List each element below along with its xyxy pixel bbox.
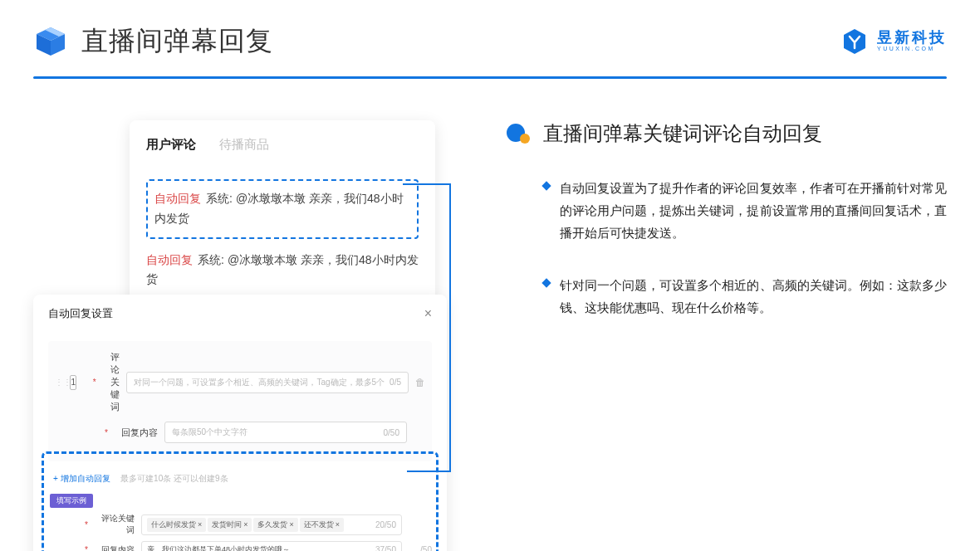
keyword-label: 评论关键词: [95, 513, 135, 536]
required-star: *: [85, 520, 88, 529]
cube-icon: [33, 24, 68, 59]
highlighted-comment: 自动回复系统:@冰墩墩本墩 亲亲，我们48小时内发货: [146, 179, 419, 239]
index-number: 1: [70, 375, 76, 390]
outer-counter: /50: [409, 545, 432, 551]
keyword-input[interactable]: 对同一个问题，可设置多个相近、高频的关键词，Tag确定，最多5个 0/5: [126, 372, 409, 393]
bullet-text: 针对同一个问题，可设置多个相近的、高频的关键词。例如：这款多少钱、这块能优惠吗、…: [560, 274, 947, 319]
delete-icon[interactable]: 🗑: [415, 377, 425, 388]
tag-chip[interactable]: 还不发货×: [300, 518, 344, 532]
bullet-item: 自动回复设置为了提升作者的评论回复效率，作者可在开播前针对常见的评论用户问题，提…: [507, 177, 947, 244]
auto-reply-tag: 自动回复: [146, 253, 193, 266]
char-counter: 0/50: [384, 428, 399, 437]
tab-user-comments[interactable]: 用户评论: [146, 137, 196, 153]
required-star: *: [105, 428, 108, 437]
page-title: 直播间弹幕回复: [81, 23, 273, 60]
brand-url: YUUXIN.COM: [877, 45, 947, 53]
auto-reply-settings-dialog: 自动回复设置 × ⋮⋮ 1 * 评论关键词 对同一个问题，可设置多个相近、高频的…: [33, 295, 447, 551]
brand-logo: 昱新科技 YUUXIN.COM: [840, 27, 947, 56]
system-prefix: 系统:: [206, 192, 233, 205]
brand-mark-icon: [840, 27, 869, 56]
brand-name: 昱新科技: [877, 30, 947, 45]
auto-reply-tag: 自动回复: [154, 192, 201, 205]
dialog-title: 自动回复设置: [48, 306, 113, 321]
blob-icon: [507, 124, 530, 144]
description-panel: 直播间弹幕关键词评论自动回复 自动回复设置为了提升作者的评论回复效率，作者可在开…: [507, 120, 947, 510]
example-block: + 增加自动回复 最多可建10条 还可以创建9条 填写示例 * 评论关键词 什么…: [48, 470, 432, 551]
section-heading: 直播间弹幕关键词评论自动回复: [543, 120, 822, 147]
add-note: 最多可建10条 还可以创建9条: [120, 474, 228, 483]
bullet-text: 自动回复设置为了提升作者的评论回复效率，作者可在开播前针对常见的评论用户问题，提…: [560, 177, 947, 244]
form-group: ⋮⋮ 1 * 评论关键词 对同一个问题，可设置多个相近、高频的关键词，Tag确定…: [48, 341, 432, 461]
content-label: 回复内容: [115, 427, 158, 439]
add-auto-reply-link[interactable]: + 增加自动回复: [53, 474, 110, 483]
tag-chip[interactable]: 多久发货×: [253, 518, 297, 532]
required-star: *: [85, 545, 88, 551]
tag-chip[interactable]: 发货时间×: [208, 518, 252, 532]
tag-chip[interactable]: 什么时候发货×: [147, 518, 206, 532]
connector-line: [449, 183, 451, 472]
example-keyword-input[interactable]: 什么时候发货× 发货时间× 多久发货× 还不发货× 20/50: [141, 514, 402, 535]
example-highlight-border: [42, 451, 439, 551]
char-counter: 0/5: [390, 378, 401, 387]
diamond-icon: [541, 278, 551, 287]
system-prefix: 系统:: [198, 253, 224, 266]
content-label: 回复内容: [95, 544, 135, 552]
char-counter: 20/50: [375, 520, 396, 529]
illustration-panel: 用户评论 待播商品 自动回复系统:@冰墩墩本墩 亲亲，我们48小时内发货 自动回…: [33, 120, 465, 510]
char-counter: 37/50: [375, 545, 396, 551]
page-header: 直播间弹幕回复 昱新科技 YUUXIN.COM: [0, 0, 980, 60]
keyword-label: 评论关键词: [103, 351, 120, 413]
tab-pending-goods[interactable]: 待播商品: [219, 137, 269, 153]
feed-tabs: 用户评论 待播商品: [146, 137, 419, 169]
close-icon[interactable]: ×: [424, 306, 432, 321]
bullet-item: 针对同一个问题，可设置多个相近的、高频的关键词。例如：这款多少钱、这块能优惠吗、…: [507, 274, 947, 319]
example-content-input[interactable]: 亲，我们这边都是下单48小时内发货的哦～ 37/50: [141, 541, 402, 551]
diamond-icon: [541, 181, 551, 190]
content-input[interactable]: 每条限50个中文字符 0/50: [164, 422, 407, 443]
drag-handle-icon[interactable]: ⋮⋮: [55, 378, 63, 387]
header-left: 直播间弹幕回复: [33, 23, 273, 60]
required-star: *: [93, 378, 96, 387]
example-badge: 填写示例: [50, 494, 93, 508]
